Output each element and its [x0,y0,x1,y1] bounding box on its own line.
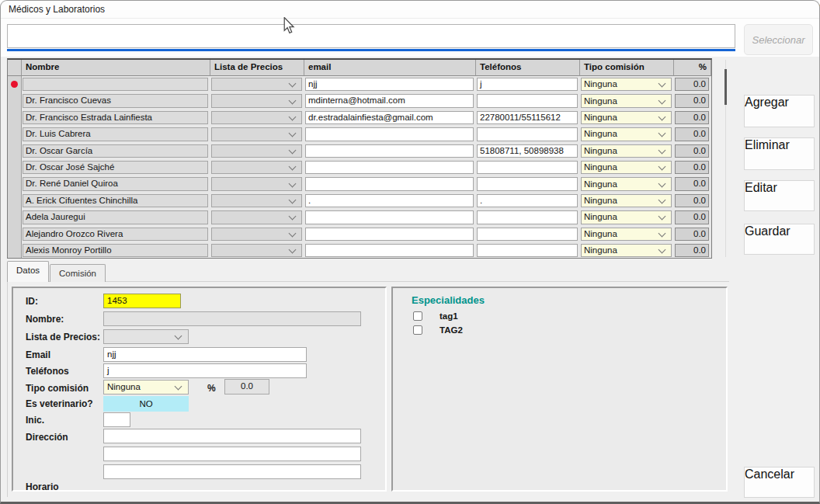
grid-scrollbar[interactable] [723,60,728,257]
cell-email[interactable] [304,159,476,176]
cell-telefonos[interactable] [476,126,580,142]
cell-tipo-comision[interactable]: Ninguna [580,76,674,92]
tipo-comision-combobox[interactable]: Ninguna [581,228,672,241]
guardar-button[interactable]: Guardar [744,224,815,255]
cell-tipo-comision[interactable]: Ninguna [580,126,674,142]
lista-precios-combobox[interactable] [211,210,302,224]
cell-lista-precios[interactable] [210,159,304,176]
grid-row[interactable]: A. Erick Cifuentes Chinchilla..Ninguna0.… [8,193,711,209]
tab-comision[interactable]: Comisión [50,264,106,282]
checkbox[interactable] [413,311,422,321]
cell-nombre[interactable]: Alejandro Orozco Rivera [22,226,210,242]
cell-lista-precios[interactable] [210,226,304,242]
cell-lista-precios[interactable] [210,76,304,92]
tipo-comision-combobox[interactable]: Ninguna [581,244,672,257]
grid-row[interactable]: njjjNinguna0.0 [8,76,711,92]
cell-tipo-comision[interactable]: Ninguna [580,209,674,225]
grid-row[interactable]: Dr. Oscar José SajchéNinguna0.0 [8,159,711,176]
lista-precios-combobox[interactable] [211,161,302,174]
grid-row[interactable]: Dr. Francisco Estrada Lainfiestadr.estra… [8,109,711,126]
lista-precios-combobox[interactable] [211,111,302,124]
seleccionar-button[interactable]: Seleccionar [744,24,813,55]
cell-nombre[interactable]: Dr. Oscar García [22,143,210,159]
grid-row[interactable]: Adela JaureguiNinguna0.0 [8,209,711,225]
lista-precios-combobox[interactable] [211,144,302,158]
cell-nombre[interactable]: Dr. Francisco Estrada Lainfiesta [22,109,210,126]
cell-lista-precios[interactable] [210,193,304,209]
porcentaje-field[interactable]: 0.0 [224,379,269,395]
grid-row[interactable]: Dr. René Daniel QuiroaNinguna0.0 [8,176,711,192]
cell-nombre[interactable]: Dr. Francisco Cuevas [22,92,210,109]
column-header-porcentaje[interactable]: % [674,60,711,76]
cell-telefonos[interactable] [476,176,580,192]
direccion-line-3[interactable] [103,464,361,479]
cell-tipo-comision[interactable]: Ninguna [580,143,674,159]
tipo-comision-combobox[interactable]: Ninguna [581,111,672,124]
agregar-button[interactable]: Agregar [744,95,815,127]
cell-lista-precios[interactable] [210,92,304,109]
email-field[interactable]: njj [103,347,307,362]
lista-precios-combobox[interactable] [211,194,302,207]
cell-tipo-comision[interactable]: Ninguna [580,176,674,192]
lista-precios-combobox[interactable] [211,244,302,257]
cell-telefonos[interactable]: 22780011/55115612 [476,109,580,126]
column-header-tipo-comision[interactable]: Tipo comisión [580,60,674,76]
grid-row[interactable]: Dr. Luis CabreraNinguna0.0 [8,126,711,142]
id-field[interactable]: 1453 [103,294,181,308]
cell-telefonos[interactable]: . [476,193,580,209]
lista-precios-select[interactable] [103,329,189,344]
lista-precios-combobox[interactable] [211,78,302,91]
cell-nombre[interactable]: Adela Jauregui [22,209,210,225]
cell-email[interactable]: dr.estradalainfiesta@gmail.com [304,109,476,126]
cell-lista-precios[interactable] [210,126,304,142]
cell-nombre[interactable]: Dr. Oscar José Sajché [22,159,210,176]
tipo-comision-combobox[interactable]: Ninguna [581,161,672,174]
checkbox[interactable] [413,325,422,335]
cell-lista-precios[interactable] [210,109,304,126]
lista-precios-combobox[interactable] [211,228,302,241]
grid-row[interactable]: Dr. Francisco Cuevasmdinterna@hotmail.co… [8,92,711,109]
cancelar-button[interactable]: Cancelar [744,467,815,498]
es-veterinario-field[interactable]: NO [103,396,189,412]
cell-lista-precios[interactable] [210,176,304,192]
cell-lista-precios[interactable] [210,242,304,259]
direccion-line-2[interactable] [103,447,361,461]
column-header-email[interactable]: email [304,60,476,76]
nombre-field[interactable] [103,311,361,326]
lista-precios-combobox[interactable] [211,94,302,107]
cell-tipo-comision[interactable]: Ninguna [580,159,674,176]
especialidad-item[interactable]: tag1 [413,310,458,322]
cell-email[interactable] [304,126,476,142]
cell-telefonos[interactable] [476,92,580,109]
cell-email[interactable] [304,242,476,259]
cell-telefonos[interactable] [476,209,580,225]
tipo-comision-combobox[interactable]: Ninguna [581,127,672,141]
tipo-comision-combobox[interactable]: Ninguna [581,94,672,107]
cell-telefonos[interactable]: j [476,76,580,92]
eliminar-button[interactable]: Eliminar [744,137,815,170]
tipo-comision-combobox[interactable]: Ninguna [581,177,672,190]
cell-email[interactable] [304,176,476,192]
cell-tipo-comision[interactable]: Ninguna [580,242,674,259]
cell-email[interactable]: . [304,193,476,209]
column-header-nombre[interactable]: Nombre [22,60,210,76]
especialidad-item[interactable]: TAG2 [413,324,463,336]
cell-email[interactable]: mdinterna@hotmail.com [304,92,476,109]
grid-row[interactable]: Alexis Monroy PortilloNinguna0.0 [8,242,711,259]
cell-lista-precios[interactable] [210,143,304,159]
tab-datos[interactable]: Datos [7,261,49,282]
cell-nombre[interactable]: Alexis Monroy Portillo [22,242,210,259]
grid-row[interactable]: Alejandro Orozco RiveraNinguna0.0 [8,226,711,242]
scrollbar-thumb[interactable] [724,69,727,105]
cell-tipo-comision[interactable]: Ninguna [580,109,674,126]
editar-button[interactable]: Editar [744,180,815,211]
cell-lista-precios[interactable] [210,209,304,225]
direccion-line-1[interactable] [103,429,361,443]
cell-tipo-comision[interactable]: Ninguna [580,193,674,209]
cell-tipo-comision[interactable]: Ninguna [580,226,674,242]
cell-nombre[interactable] [22,76,210,92]
tipo-comision-select[interactable]: Ninguna [103,380,189,395]
tipo-comision-combobox[interactable]: Ninguna [581,210,672,224]
cell-email[interactable] [304,143,476,159]
grid-row[interactable]: Dr. Oscar García51808711, 50898938Ningun… [8,143,711,159]
